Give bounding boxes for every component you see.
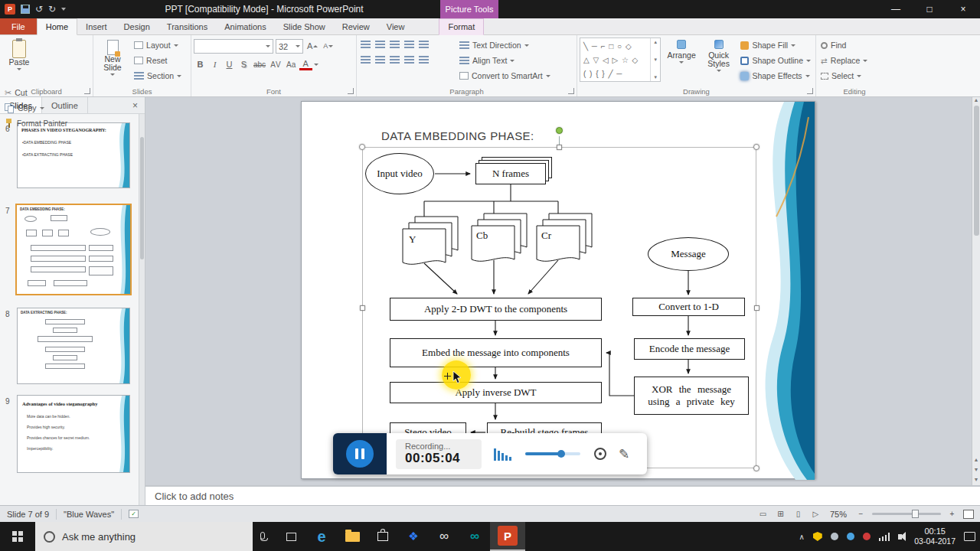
node-encode-message[interactable]: Encode the message bbox=[634, 338, 745, 360]
zoom-slider[interactable] bbox=[872, 513, 941, 515]
notes-pane[interactable]: Click to add notes bbox=[145, 485, 980, 505]
powerpoint-taskbar-icon[interactable]: P bbox=[490, 522, 525, 551]
dropbox-taskbar-icon[interactable]: ❖ bbox=[398, 522, 429, 551]
slide-7-thumbnail[interactable]: DATA EMBEDDING PHASE: bbox=[15, 204, 132, 295]
volume-icon[interactable] bbox=[898, 532, 906, 541]
node-embed-message[interactable]: Embed the message into components bbox=[390, 338, 602, 367]
scroll-up-icon[interactable]: ▲ bbox=[974, 97, 979, 103]
start-button[interactable] bbox=[0, 522, 35, 551]
slide-6-thumbnail[interactable]: PHASES IN VIDEO STEGANOGRAPHY: •DATA EMB… bbox=[17, 122, 130, 188]
network-icon[interactable] bbox=[879, 533, 890, 541]
thumbnail-scrollbar[interactable] bbox=[139, 114, 145, 505]
microphone-button[interactable] bbox=[253, 522, 276, 551]
align-center-icon[interactable] bbox=[375, 56, 385, 64]
shapes-row-2[interactable]: △ ▽ ◁ ▷ ☆ ◇ bbox=[583, 56, 647, 64]
font-color-button[interactable]: A bbox=[299, 59, 312, 70]
node-convert-1d[interactable]: Convert to 1-D bbox=[632, 298, 745, 316]
convert-smartart-button[interactable]: Convert to SmartArt bbox=[457, 68, 553, 83]
selection-handle-top-right[interactable] bbox=[753, 144, 760, 150]
font-size-combo[interactable]: 32 bbox=[276, 39, 303, 54]
arrange-button[interactable]: Arrange bbox=[664, 37, 699, 85]
loop-app-taskbar-icon[interactable]: ∞ bbox=[429, 522, 459, 551]
qat-customize-caret[interactable] bbox=[61, 8, 66, 11]
maximize-button[interactable]: □ bbox=[913, 0, 946, 18]
close-button[interactable]: × bbox=[946, 0, 980, 18]
slide-sorter-view-button[interactable]: ⊞ bbox=[774, 508, 787, 520]
tab-slideshow[interactable]: Slide Show bbox=[275, 18, 334, 34]
selection-handle-top-left[interactable] bbox=[359, 144, 365, 150]
shapes-row-1[interactable]: ╲ ─ ⌐ □ ○ ◇ bbox=[583, 42, 647, 51]
redo-icon[interactable]: ↻ bbox=[48, 5, 56, 14]
character-spacing-button[interactable]: AV bbox=[269, 57, 283, 71]
strikethrough-button[interactable]: abc bbox=[252, 57, 267, 71]
shapes-scroll-down-icon[interactable]: ▼ bbox=[653, 57, 658, 62]
node-apply-dwt[interactable]: Apply 2-D DWT to the components bbox=[390, 298, 602, 321]
tray-icon-2[interactable] bbox=[847, 533, 854, 540]
volume-slider-knob[interactable] bbox=[557, 450, 565, 458]
columns-icon[interactable] bbox=[419, 56, 429, 64]
font-name-combo[interactable] bbox=[194, 39, 273, 54]
rotate-handle[interactable] bbox=[556, 127, 563, 134]
shapes-gallery-scrollbar[interactable]: ▲ ▼ ▼ bbox=[650, 38, 660, 81]
selection-handle-left[interactable] bbox=[360, 305, 365, 311]
decrease-indent-icon[interactable] bbox=[390, 41, 400, 48]
next-slide-button[interactable]: ▼ bbox=[974, 467, 979, 472]
slide-9-thumbnail[interactable]: Advantages of video steganography More d… bbox=[17, 395, 130, 473]
zoom-out-button[interactable]: − bbox=[854, 508, 867, 520]
action-center-button[interactable] bbox=[964, 532, 975, 541]
select-button[interactable]: Select bbox=[818, 68, 890, 83]
clipboard-dialog-launcher[interactable] bbox=[84, 88, 90, 94]
node-n-frames[interactable]: N frames bbox=[475, 163, 546, 184]
undo-icon[interactable]: ↺ bbox=[35, 5, 43, 14]
tab-transitions[interactable]: Transitions bbox=[158, 18, 216, 34]
theme-name[interactable]: "Blue Waves" bbox=[57, 506, 121, 522]
grow-font-button[interactable]: A bbox=[305, 39, 319, 53]
tab-format[interactable]: Format bbox=[439, 18, 484, 35]
shapes-gallery[interactable]: ╲ ─ ⌐ □ ○ ◇ △ ▽ ◁ ▷ ☆ ◇ ( ) { } ╱ ─ ▲ ▼ … bbox=[580, 37, 661, 82]
tray-icon-1[interactable] bbox=[831, 533, 838, 540]
tray-icon-3[interactable] bbox=[863, 533, 871, 540]
normal-view-button[interactable]: ▭ bbox=[756, 508, 769, 520]
shape-effects-button[interactable]: Shape Effects bbox=[738, 68, 813, 83]
tab-file[interactable]: File bbox=[0, 18, 37, 34]
tab-animations[interactable]: Animations bbox=[216, 18, 274, 34]
zoom-slider-knob[interactable] bbox=[912, 510, 919, 518]
node-cb-label[interactable]: Cb bbox=[476, 230, 488, 242]
panel-close-button[interactable]: × bbox=[126, 97, 145, 113]
section-button[interactable]: Section bbox=[132, 68, 184, 83]
selection-handle-right[interactable] bbox=[754, 305, 760, 311]
node-cr-label[interactable]: Cr bbox=[541, 230, 551, 242]
node-xor-message[interactable]: XOR the message using a private key bbox=[634, 377, 749, 415]
drawing-dialog-launcher[interactable] bbox=[807, 88, 813, 94]
zoom-level[interactable]: 75% bbox=[830, 510, 847, 519]
editor-scrollbar[interactable]: ▲ ▲ ▼ ▼ bbox=[972, 97, 980, 485]
reading-view-button[interactable]: ▯ bbox=[792, 508, 805, 520]
tab-home[interactable]: Home bbox=[37, 18, 77, 35]
node-y-label[interactable]: Y bbox=[409, 233, 416, 246]
slideshow-view-button[interactable]: ▷ bbox=[809, 508, 822, 520]
shapes-scroll-up-icon[interactable]: ▲ bbox=[653, 40, 658, 44]
shape-fill-button[interactable]: Shape Fill bbox=[738, 37, 813, 53]
shrink-font-button[interactable]: A bbox=[322, 39, 335, 53]
new-slide-button[interactable]: New Slide bbox=[96, 37, 129, 85]
node-apply-inverse-dwt[interactable]: Apply inverse DWT bbox=[390, 382, 602, 403]
change-case-button[interactable]: Aa bbox=[285, 57, 298, 71]
annotate-button[interactable]: ✎ bbox=[619, 446, 629, 462]
spell-check-indicator[interactable]: ✓ bbox=[122, 506, 145, 522]
text-direction-button[interactable]: Text Direction bbox=[457, 37, 553, 53]
tab-design[interactable]: Design bbox=[116, 18, 158, 34]
scrollbar-thumb[interactable] bbox=[974, 106, 979, 236]
zoom-in-button[interactable]: + bbox=[946, 508, 959, 520]
copy-button[interactable]: Copy bbox=[2, 100, 70, 116]
replace-button[interactable]: ⇄ Replace bbox=[818, 53, 890, 68]
slide-8-thumbnail[interactable]: DATA EXTRACTING PHASE: bbox=[17, 308, 130, 384]
tab-view[interactable]: View bbox=[378, 18, 413, 34]
taskbar-clock[interactable]: 00:15 03-04-2017 bbox=[914, 527, 956, 546]
increase-indent-icon[interactable] bbox=[404, 41, 414, 48]
node-message[interactable]: Message bbox=[648, 237, 729, 271]
font-dialog-launcher[interactable] bbox=[348, 88, 354, 94]
minimize-button[interactable]: — bbox=[879, 0, 913, 18]
file-explorer-taskbar-icon[interactable] bbox=[337, 522, 368, 551]
layout-button[interactable]: Layout bbox=[132, 37, 184, 53]
italic-button[interactable]: I bbox=[208, 57, 221, 71]
